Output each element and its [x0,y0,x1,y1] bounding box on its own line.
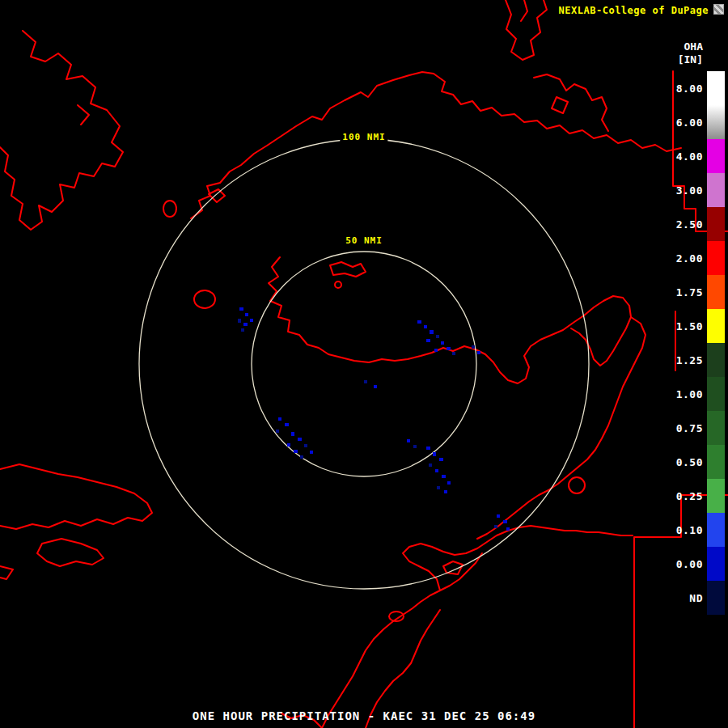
colorbar-swatch [707,207,725,241]
precip-echo [298,438,302,441]
colorbar-swatch [707,139,725,173]
precip-echo [238,319,241,323]
precip-echo [417,320,421,324]
precip-echo [433,452,436,456]
colorbar-label: 6.00 [666,116,703,129]
colorbar-entry: 1.00 [666,377,725,411]
ring-label-100nmi: 100 NMI [340,132,387,142]
colorbar-label: ND [666,592,703,604]
precip-echo [278,417,281,421]
product-code-label: OHA [650,40,703,53]
precip-echo [374,385,377,388]
colorbar-entry: 2.00 [666,241,725,275]
precip-echo [442,475,446,478]
colorbar-swatch [707,309,725,343]
colorbar-entry: 1.25 [666,343,725,377]
colorbar-entry: 1.75 [666,275,725,309]
precip-echo [472,345,475,349]
precip-echo [304,444,307,447]
colorbar-label: 0.10 [666,524,703,536]
colorbar-swatch [707,445,725,479]
colorbar-entry: 0.75 [666,411,725,445]
colorbar-entry: ND [666,581,725,615]
colorbar-entry: 0.00 [666,547,725,581]
colorbar-entry: 8.00 [666,71,725,105]
colorbar-swatch [707,547,725,581]
colorbar-swatch [707,343,725,377]
precip-echo [250,319,253,322]
colorbar-label: 4.00 [666,150,703,163]
colorbar-label: 1.25 [666,354,703,366]
precip-echo [285,423,289,426]
colorbar-label: 8.00 [666,83,703,95]
precip-echo [452,352,455,355]
colorbar-entry: 0.10 [666,513,725,547]
colorbar-swatch [707,513,725,547]
precip-echo [430,330,434,334]
colorbar-swatch [707,479,725,513]
colorbar-swatch [707,241,725,275]
colorbar-swatch [707,377,725,411]
precip-echo [437,486,440,489]
colorbar-entry: 4.00 [666,139,725,173]
colorbar-entry: 3.00 [666,173,725,207]
precip-echoes-layer [0,0,728,728]
precip-echo [424,325,427,328]
colorbar-swatch [707,411,725,445]
ring-label-50nmi: 50 NMI [343,235,385,246]
colorbar-label: 0.00 [666,558,703,570]
precip-echo [429,463,432,467]
colorbar-label: 0.50 [666,456,703,468]
precip-echo [436,335,439,338]
colorbar-label: 0.75 [666,422,703,434]
precip-echo [506,527,510,531]
precip-echo [364,380,367,383]
precip-echo [494,525,497,528]
colorbar-swatch [707,581,725,615]
precip-echo [245,313,248,316]
colorbar-label: 0.25 [666,490,703,502]
precip-echo [426,339,430,342]
precip-echo [477,351,480,354]
precip-echo [407,439,410,442]
precip-echo [447,481,451,485]
colorbar-entry: 6.00 [666,105,725,139]
precip-echo [310,451,313,454]
colorbar-header: OHA [IN] [650,40,725,66]
precip-echo [413,445,417,448]
colorbar-label: 3.00 [666,184,703,197]
precip-echo [447,347,451,350]
precip-echo [441,341,444,345]
precip-echo [276,430,279,433]
colorbar-swatch [707,275,725,309]
precip-echo [241,328,244,332]
colorbar-label: 1.00 [666,388,703,400]
colorbar-swatch [707,105,725,139]
colorbar-entry: 0.50 [666,445,725,479]
units-label: [IN] [650,53,703,66]
precip-echo [434,349,438,352]
precip-echo [300,455,303,459]
colorbar-label: 2.50 [666,218,703,231]
colorbar-swatch [707,173,725,207]
precip-echo [243,323,248,326]
precip-echo [291,432,294,436]
precip-echo [287,443,290,447]
precip-echo [435,469,438,472]
precip-echo [444,490,447,493]
colorbar-label: 1.50 [666,320,703,332]
colorbar-entry: 2.50 [666,207,725,241]
precip-echo [497,514,500,518]
precip-echo [426,447,430,450]
colorbar-swatch [707,71,725,105]
precip-echo [239,307,243,311]
nexlab-logo-icon [713,4,724,15]
brand-text: NEXLAB-College of DuPage [559,5,709,16]
footer-status-text: ONE HOUR PRECIPITATION - KAEC 31 DEC 25 … [0,709,728,722]
colorbar: 8.006.004.003.002.502.001.751.501.251.00… [666,71,725,615]
colorbar-entry: 1.50 [666,309,725,343]
precip-echo [294,450,298,453]
colorbar-entry: 0.25 [666,479,725,513]
colorbar-label: 1.75 [666,286,703,298]
precip-echo [503,520,507,523]
